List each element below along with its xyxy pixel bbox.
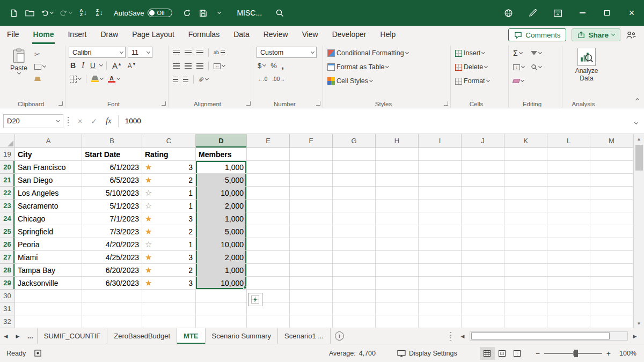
cell-k28[interactable] <box>504 264 547 277</box>
cell-c25[interactable]: ★2 <box>142 225 196 238</box>
cell-m26[interactable] <box>590 238 633 251</box>
column-header-d[interactable]: D <box>196 134 247 148</box>
cell-m30[interactable] <box>590 290 633 302</box>
cell-e32[interactable] <box>247 315 290 328</box>
cell-j27[interactable] <box>462 251 504 264</box>
middle-align-button[interactable] <box>184 47 193 58</box>
cell-h23[interactable] <box>376 200 419 212</box>
column-header-b[interactable]: B <box>82 134 142 148</box>
select-all-corner[interactable] <box>0 134 15 148</box>
cell-i21[interactable] <box>419 174 462 187</box>
cell-h32[interactable] <box>376 315 419 328</box>
cell-f28[interactable] <box>290 264 333 277</box>
formula-bar-handle[interactable] <box>68 117 69 125</box>
cell-f25[interactable] <box>290 225 333 238</box>
cell-m19[interactable] <box>590 148 633 161</box>
row-header-24[interactable]: 24 <box>0 212 15 225</box>
row-header-31[interactable]: 31 <box>0 302 15 315</box>
cell-h30[interactable] <box>376 290 419 302</box>
column-header-f[interactable]: F <box>290 134 333 148</box>
cell-k24[interactable] <box>504 212 547 225</box>
sheet-tab-zerobasedbudget[interactable]: ZeroBasedBudget <box>107 328 177 344</box>
column-header-c[interactable]: C <box>142 134 196 148</box>
align-center-button[interactable] <box>184 61 193 71</box>
cell-k26[interactable] <box>504 238 547 251</box>
cell-m23[interactable] <box>590 200 633 212</box>
sheet-nav-right-arrow[interactable]: ▶ <box>12 328 24 344</box>
cell-k21[interactable] <box>504 174 547 187</box>
cell-d26[interactable]: 10,000 <box>196 238 247 251</box>
cell-b32[interactable] <box>82 315 142 328</box>
scroll-up-arrow[interactable]: ▲ <box>634 134 644 144</box>
cell-l25[interactable] <box>547 225 590 238</box>
cell-m27[interactable] <box>590 251 633 264</box>
cell-j31[interactable] <box>462 302 504 315</box>
cell-b26[interactable]: 4/20/2023 <box>82 238 142 251</box>
cell-m29[interactable] <box>590 277 633 290</box>
expand-formula-bar-button[interactable] <box>632 116 641 126</box>
cell-d22[interactable]: 10,000 <box>196 187 247 200</box>
cell-f27[interactable] <box>290 251 333 264</box>
cell-a26[interactable]: Peoria <box>15 238 82 251</box>
row-header-28[interactable]: 28 <box>0 264 15 277</box>
hscroll-thumb[interactable] <box>471 333 610 339</box>
cell-g32[interactable] <box>333 315 376 328</box>
cancel-entry-icon[interactable]: × <box>74 117 86 125</box>
scroll-down-arrow[interactable]: ▼ <box>634 319 644 328</box>
cell-m21[interactable] <box>590 174 633 187</box>
cell-i26[interactable] <box>419 238 462 251</box>
format-painter-button[interactable] <box>33 73 47 84</box>
cell-c28[interactable]: ★2 <box>142 264 196 277</box>
cell-l30[interactable] <box>547 290 590 302</box>
increase-indent-button[interactable] <box>182 74 189 85</box>
cell-l29[interactable] <box>547 277 590 290</box>
cell-f21[interactable] <box>290 174 333 187</box>
borders-button[interactable] <box>69 73 82 84</box>
cell-l21[interactable] <box>547 174 590 187</box>
name-box[interactable]: D20 <box>3 114 63 128</box>
cell-i31[interactable] <box>419 302 462 315</box>
vertical-scrollbar[interactable]: ▲ ▼ <box>633 134 644 328</box>
zoom-level[interactable]: 100% <box>615 350 644 357</box>
cell-h26[interactable] <box>376 238 419 251</box>
cell-i29[interactable] <box>419 277 462 290</box>
cell-l27[interactable] <box>547 251 590 264</box>
cell-g26[interactable] <box>333 238 376 251</box>
cell-b20[interactable]: 6/1/2023 <box>82 161 142 174</box>
styles-dialog-launcher-icon[interactable] <box>444 101 448 106</box>
percent-style-button[interactable]: % <box>269 60 278 71</box>
inking-button[interactable] <box>521 0 545 26</box>
wrap-text-button[interactable]: ab <box>213 47 226 58</box>
cell-c31[interactable] <box>142 302 196 315</box>
cell-i30[interactable] <box>419 290 462 302</box>
cell-i22[interactable] <box>419 187 462 200</box>
ribbon-tab-formulas[interactable]: Formulas <box>181 26 226 44</box>
row-header-25[interactable]: 25 <box>0 225 15 238</box>
cell-h22[interactable] <box>376 187 419 200</box>
minimize-button[interactable] <box>570 0 595 26</box>
cell-j32[interactable] <box>462 315 504 328</box>
alignment-dialog-launcher-icon[interactable] <box>246 101 251 106</box>
save-button[interactable] <box>195 3 211 23</box>
cell-g24[interactable] <box>333 212 376 225</box>
fill-color-button[interactable] <box>90 73 104 84</box>
zoom-slider-thumb[interactable] <box>574 350 578 357</box>
align-left-button[interactable] <box>172 61 181 71</box>
zoom-out-button[interactable]: − <box>535 349 541 358</box>
column-header-m[interactable]: M <box>590 134 633 148</box>
font-color-button[interactable]: A <box>107 73 121 84</box>
cell-i28[interactable] <box>419 264 462 277</box>
cell-g20[interactable] <box>333 161 376 174</box>
cell-b19[interactable]: Start Date <box>82 148 142 161</box>
cell-h31[interactable] <box>376 302 419 315</box>
cell-c30[interactable] <box>142 290 196 302</box>
cell-k27[interactable] <box>504 251 547 264</box>
ribbon-tab-draw[interactable]: Draw <box>93 26 125 44</box>
italic-button[interactable]: I <box>80 61 86 70</box>
autosave-toggle[interactable]: AutoSave Off <box>114 9 172 17</box>
cell-a27[interactable]: Miami <box>15 251 82 264</box>
cell-m24[interactable] <box>590 212 633 225</box>
cell-g29[interactable] <box>333 277 376 290</box>
sort-ascending-button[interactable]: AZ↓ <box>75 3 91 23</box>
row-header-29[interactable]: 29 <box>0 277 15 290</box>
